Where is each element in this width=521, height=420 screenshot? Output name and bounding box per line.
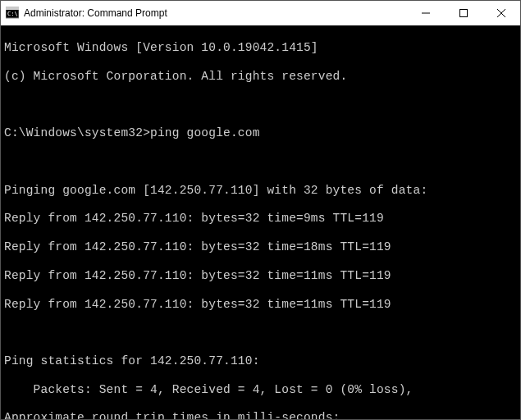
window-controls (407, 1, 520, 25)
reply-line: Reply from 142.250.77.110: bytes=32 time… (4, 212, 517, 226)
copyright-line: (c) Microsoft Corporation. All rights re… (4, 70, 517, 84)
ping-header-line: Pinging google.com [142.250.77.110] with… (4, 184, 517, 198)
prompt-path: C:\Windows\system32> (4, 126, 150, 139)
reply-line: Reply from 142.250.77.110: bytes=32 time… (4, 240, 517, 254)
stats-header-line: Ping statistics for 142.250.77.110: (4, 354, 517, 368)
command-prompt-window: C:\ Administrator: Command Prompt (0, 0, 521, 420)
window-title: Administrator: Command Prompt (24, 7, 407, 19)
command-line: C:\Windows\system32>ping google.com (4, 126, 517, 140)
typed-command: ping google.com (150, 126, 260, 139)
blank-line (4, 98, 517, 112)
cmd-icon: C:\ (6, 7, 19, 20)
minimize-icon (422, 9, 430, 17)
maximize-button[interactable] (445, 1, 482, 25)
blank-line (4, 326, 517, 340)
reply-line: Reply from 142.250.77.110: bytes=32 time… (4, 269, 517, 283)
minimize-button[interactable] (407, 1, 445, 25)
stats-time-header-line: Approximate round trip times in milli-se… (4, 411, 517, 419)
version-line: Microsoft Windows [Version 10.0.19042.14… (4, 41, 517, 55)
titlebar[interactable]: C:\ Administrator: Command Prompt (1, 1, 520, 25)
terminal-output[interactable]: Microsoft Windows [Version 10.0.19042.14… (1, 25, 520, 419)
stats-packets-line: Packets: Sent = 4, Received = 4, Lost = … (4, 383, 517, 397)
reply-line: Reply from 142.250.77.110: bytes=32 time… (4, 298, 517, 312)
svg-rect-4 (460, 10, 468, 17)
svg-rect-1 (6, 7, 19, 10)
svg-text:C:\: C:\ (7, 11, 18, 17)
maximize-icon (459, 9, 468, 17)
blank-line (4, 155, 517, 169)
close-button[interactable] (482, 1, 520, 25)
close-icon (497, 9, 505, 17)
